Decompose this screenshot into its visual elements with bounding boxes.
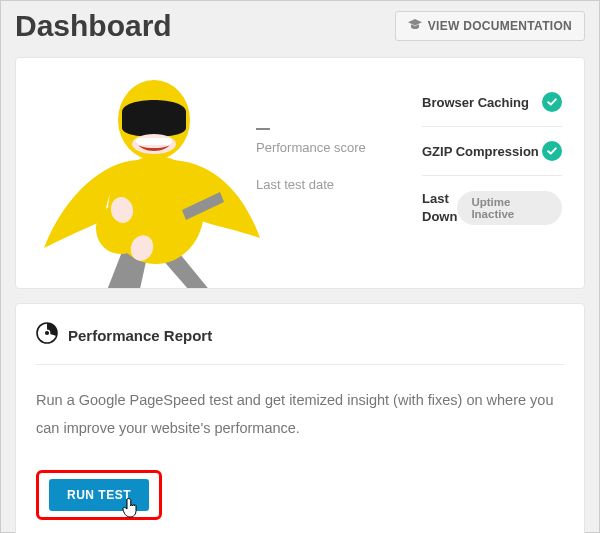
- performance-score-block: Performance score Last test date: [256, 58, 406, 288]
- uptime-row: Last Down Uptime Inactive: [422, 176, 562, 225]
- status-panel: Performance score Last test date Browser…: [15, 57, 585, 289]
- svg-rect-3: [136, 138, 172, 145]
- check-label: Browser Caching: [422, 95, 529, 110]
- performance-report-title: Performance Report: [68, 327, 212, 344]
- page-title: Dashboard: [15, 9, 172, 43]
- view-documentation-button[interactable]: VIEW DOCUMENTATION: [395, 11, 585, 41]
- mascot-illustration: [16, 58, 256, 288]
- graduation-cap-icon: [408, 19, 422, 33]
- cursor-pointer-icon: [121, 497, 139, 523]
- check-ok-icon: [542, 141, 562, 161]
- check-label: GZIP Compression: [422, 144, 539, 159]
- doc-button-label: VIEW DOCUMENTATION: [428, 19, 572, 33]
- score-label: Performance score: [256, 140, 406, 155]
- last-test-date-label: Last test date: [256, 177, 406, 192]
- check-row-browser-caching: Browser Caching: [422, 78, 562, 126]
- run-test-highlight: RUN TEST: [36, 470, 162, 520]
- svg-point-8: [45, 331, 49, 335]
- performance-report-panel: Performance Report Run a Google PageSpee…: [15, 303, 585, 533]
- uptime-label-line2: Down: [422, 208, 457, 226]
- uptime-status-pill: Uptime Inactive: [457, 191, 562, 225]
- uptime-label-line1: Last: [422, 190, 457, 208]
- check-ok-icon: [542, 92, 562, 112]
- check-row-gzip-compression: GZIP Compression: [422, 127, 562, 175]
- performance-report-description: Run a Google PageSpeed test and get item…: [36, 387, 564, 442]
- gauge-icon: [36, 322, 58, 348]
